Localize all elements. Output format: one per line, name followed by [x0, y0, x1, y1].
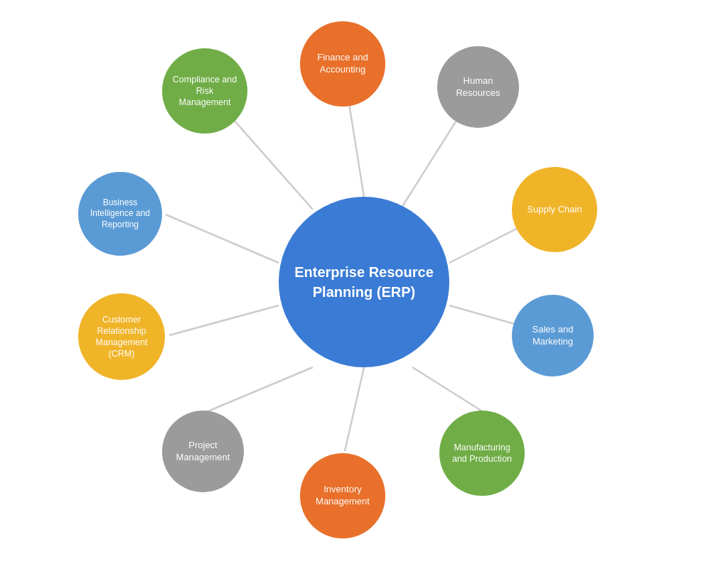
manufacturing-label: Manufacturing and Production	[446, 442, 518, 465]
business-intelligence-node[interactable]: Business Intelligence and Reporting	[78, 172, 162, 256]
crm-node[interactable]: Customer Relationship Management (CRM)	[78, 293, 165, 380]
erp-center-label: Enterprise Resource Planning (ERP)	[279, 255, 449, 309]
supply-chain-node[interactable]: Supply Chain	[512, 167, 597, 252]
svg-line-4	[412, 367, 483, 412]
human-resources-label: Human Resources	[444, 75, 512, 99]
crm-label: Customer Relationship Management (CRM)	[85, 314, 158, 360]
svg-line-5	[345, 367, 364, 451]
erp-center-node[interactable]: Enterprise Resource Planning (ERP)	[279, 197, 449, 367]
erp-diagram: Enterprise Resource Planning (ERP) Finan…	[0, 0, 728, 564]
compliance-node[interactable]: Compliance and Risk Management	[162, 48, 247, 134]
sales-marketing-label: Sales and Marketing	[519, 324, 587, 348]
manufacturing-node[interactable]: Manufacturing and Production	[439, 411, 525, 496]
supply-chain-label: Supply Chain	[527, 204, 582, 216]
project-management-label: Project Management	[169, 440, 237, 464]
inventory-label: Inventory Management	[307, 484, 378, 508]
finance-label: Finance and Accounting	[307, 52, 378, 76]
compliance-label: Compliance and Risk Management	[169, 74, 240, 109]
human-resources-node[interactable]: Human Resources	[437, 46, 519, 128]
svg-line-6	[206, 367, 313, 412]
sales-marketing-node[interactable]: Sales and Marketing	[512, 295, 594, 376]
svg-line-7	[169, 305, 279, 335]
inventory-node[interactable]: Inventory Management	[300, 453, 385, 538]
business-intelligence-label: Business Intelligence and Reporting	[85, 197, 155, 231]
svg-line-8	[166, 215, 279, 263]
finance-node[interactable]: Finance and Accounting	[300, 21, 385, 107]
project-management-node[interactable]: Project Management	[162, 411, 244, 492]
